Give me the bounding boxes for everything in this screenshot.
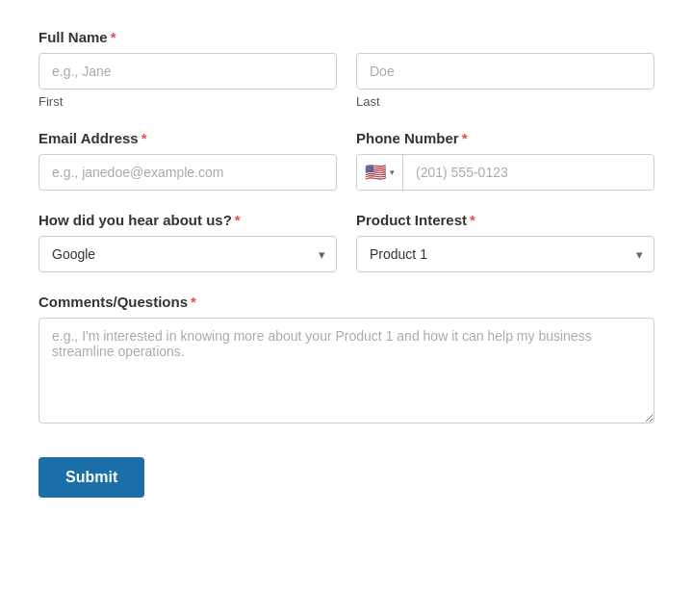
product-col: Product Interest* Product 1 Product 2 Pr…: [356, 212, 654, 272]
hear-product-row: How did you hear about us?* Google Socia…: [38, 212, 654, 272]
name-row: First Last: [38, 53, 654, 109]
email-label: Email Address*: [38, 130, 337, 146]
submit-section: Submit: [38, 448, 654, 498]
hear-select[interactable]: Google Social Media Friend/Referral Adve…: [38, 236, 337, 272]
phone-input[interactable]: [403, 155, 654, 190]
hear-required-star: *: [235, 212, 241, 228]
email-phone-section: Email Address* Phone Number* 🇺🇸 ▾: [38, 130, 654, 191]
email-required-star: *: [141, 130, 147, 146]
last-name-col: Last: [356, 53, 654, 109]
hear-label: How did you hear about us?*: [38, 212, 337, 228]
last-name-input[interactable]: [356, 53, 654, 90]
email-col: Email Address*: [38, 130, 337, 191]
hear-label-text: How did you hear about us?: [38, 212, 232, 228]
flag-emoji: 🇺🇸: [365, 162, 386, 183]
product-label-text: Product Interest: [356, 212, 467, 228]
phone-col: Phone Number* 🇺🇸 ▾: [356, 130, 654, 191]
hear-product-section: How did you hear about us?* Google Socia…: [38, 212, 654, 272]
comments-label: Comments/Questions*: [38, 294, 654, 310]
first-name-col: First: [38, 53, 337, 109]
phone-required-star: *: [462, 130, 468, 146]
full-name-label-text: Full Name: [38, 29, 108, 45]
phone-wrapper: 🇺🇸 ▾: [356, 154, 654, 191]
first-name-input[interactable]: [38, 53, 337, 90]
submit-button[interactable]: Submit: [38, 457, 144, 498]
comments-label-text: Comments/Questions: [38, 294, 188, 310]
last-name-sub-label: Last: [356, 94, 654, 109]
phone-label: Phone Number*: [356, 130, 654, 146]
full-name-section: Full Name* First Last: [38, 29, 654, 109]
hear-select-wrapper: Google Social Media Friend/Referral Adve…: [38, 236, 337, 272]
comments-required-star: *: [191, 294, 196, 310]
email-label-text: Email Address: [38, 130, 139, 146]
phone-flag-button[interactable]: 🇺🇸 ▾: [357, 155, 403, 190]
hear-col: How did you hear about us?* Google Socia…: [38, 212, 337, 272]
comments-section: Comments/Questions*: [38, 294, 654, 426]
product-label: Product Interest*: [356, 212, 654, 228]
email-phone-row: Email Address* Phone Number* 🇺🇸 ▾: [38, 130, 654, 191]
phone-label-text: Phone Number: [356, 130, 459, 146]
full-name-label: Full Name*: [38, 29, 654, 45]
required-star: *: [111, 29, 116, 45]
product-required-star: *: [470, 212, 475, 228]
phone-flag-chevron: ▾: [390, 167, 395, 177]
email-input[interactable]: [38, 154, 337, 191]
product-select-wrapper: Product 1 Product 2 Product 3: [356, 236, 654, 272]
first-name-sub-label: First: [38, 94, 337, 109]
product-select[interactable]: Product 1 Product 2 Product 3: [356, 236, 654, 272]
comments-textarea[interactable]: [38, 318, 654, 424]
